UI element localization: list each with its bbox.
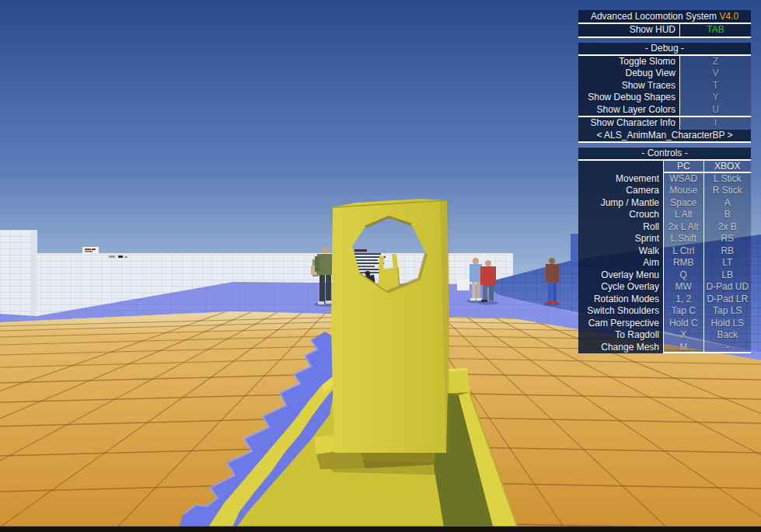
control-pc-key: 2x L Alt (663, 221, 703, 234)
controls-row: SprintL ShiftRS (578, 233, 751, 245)
control-pc-key: WSAD (663, 173, 703, 186)
controls-row: Overlay MenuQLB (578, 269, 751, 282)
control-label: Jump / Mantle (578, 197, 663, 210)
control-xbox-key: RS (703, 233, 752, 245)
control-label: Rotation Modes (578, 294, 663, 306)
control-xbox-key: Hold LS (703, 318, 752, 330)
control-label: Movement (578, 173, 663, 186)
controls-rows: MovementWSADL StickCameraMouseR StickJum… (578, 173, 751, 354)
character-info-key: I (679, 117, 751, 130)
control-pc-key: MW (663, 281, 703, 294)
control-label: To Ragdoll (578, 329, 663, 342)
debug-section-title: - Debug - (578, 43, 751, 56)
als-hud-panel: Advanced Locomotion System V4.0 Show HUD… (578, 10, 751, 353)
controls-row: AimRMBLT (578, 257, 751, 269)
control-label: Camera (578, 185, 663, 197)
control-xbox-key: - (703, 342, 752, 354)
controls-section-title: - Controls - (578, 148, 751, 161)
debug-label: Show Debug Shapes (578, 92, 679, 104)
controls-row: To RagdollXBack (578, 329, 751, 342)
controls-row: Rotation Modes1, 2D-Pad LR (578, 294, 751, 306)
column-header-pc: PC (663, 161, 703, 173)
bottom-bar (0, 527, 761, 532)
debug-rows: Toggle SlomoZDebug ViewVShow TracesTShow… (578, 56, 751, 116)
control-xbox-key: Back (703, 329, 752, 342)
debug-key: U (679, 104, 751, 116)
debug-label: Show Layer Colors (578, 104, 679, 116)
control-label: Walk (578, 245, 663, 258)
debug-row: Show TracesT (578, 80, 751, 92)
control-label: Cycle Overlay State (578, 281, 663, 294)
app-name: Advanced Locomotion System (591, 11, 717, 22)
show-hud-row: Show HUD TAB (578, 24, 751, 38)
control-xbox-key: A (703, 197, 752, 210)
controls-row: Cycle Overlay StateMWD-Pad UD (578, 281, 751, 294)
controls-row: WalkL CtrlRB (578, 245, 751, 258)
control-pc-key: Space (663, 197, 703, 210)
controls-row: Cam PerspectiveHold CHold LS (578, 318, 751, 330)
control-pc-key: L Alt (663, 209, 703, 221)
control-pc-key: X (663, 329, 703, 342)
character-name: < ALS_AnimMan_CharacterBP > (578, 130, 751, 144)
debug-row: Toggle SlomoZ (578, 56, 751, 68)
character-info-label: Show Character Info (578, 117, 679, 130)
controls-header-row: PC XBOX (578, 161, 751, 173)
debug-label: Toggle Slomo (578, 56, 679, 68)
control-xbox-key: L Stick (703, 173, 752, 186)
control-pc-key: RMB (663, 257, 703, 269)
control-pc-key: Q (663, 269, 703, 282)
control-pc-key: 1, 2 (663, 294, 703, 306)
controls-row: Roll2x L Alt2x B (578, 221, 751, 234)
control-xbox-key: 2x B (703, 221, 752, 234)
control-xbox-key: LB (703, 269, 752, 282)
game-viewport[interactable]: Advanced Locomotion System V4.0 Show HUD… (0, 0, 761, 532)
hud-title: Advanced Locomotion System V4.0 (578, 10, 751, 24)
controls-row: Switch ShouldersTap CTap LS (578, 305, 751, 318)
debug-key: T (679, 80, 751, 92)
control-xbox-key: B (703, 209, 752, 221)
control-pc-key: Mouse (663, 185, 703, 197)
control-pc-key: M (663, 342, 703, 354)
app-version: V4.0 (719, 11, 738, 22)
show-hud-key: TAB (679, 24, 751, 37)
debug-label: Show Traces (578, 80, 679, 92)
control-xbox-key: RB (703, 245, 752, 258)
controls-row: CameraMouseR Stick (578, 185, 751, 197)
controls-row: MovementWSADL Stick (578, 173, 751, 186)
debug-key: Y (679, 92, 751, 104)
control-pc-key: Tap C (663, 305, 703, 318)
control-label: Change Mesh (578, 342, 663, 354)
debug-key: V (679, 68, 751, 80)
debug-row: Debug ViewV (578, 68, 751, 80)
column-header-xbox: XBOX (703, 161, 752, 173)
debug-row: Show Debug ShapesY (578, 92, 751, 104)
control-label: Cam Perspective (578, 318, 663, 330)
control-label: Aim (578, 257, 663, 269)
controls-row: Change MeshM- (578, 342, 751, 354)
control-label: Overlay Menu (578, 269, 663, 282)
control-label: Sprint (578, 233, 663, 245)
control-xbox-key: D-Pad UD (703, 281, 752, 294)
controls-row: Jump / MantleSpaceA (578, 197, 751, 210)
debug-key: Z (679, 56, 751, 68)
control-label: Roll (578, 221, 663, 234)
character-info-row: Show Character Info I (578, 116, 751, 130)
control-pc-key: Hold C (663, 318, 703, 330)
debug-label: Debug View (578, 68, 679, 80)
control-xbox-key: D-Pad LR (703, 294, 752, 306)
control-label: Crouch (578, 209, 663, 221)
show-hud-label: Show HUD (578, 24, 679, 37)
control-xbox-key: LT (703, 257, 752, 269)
bottom-bar (0, 526, 761, 527)
control-xbox-key: Tap LS (703, 305, 752, 318)
control-label: Switch Shoulders (578, 305, 663, 318)
control-xbox-key: R Stick (703, 185, 752, 197)
control-pc-key: L Ctrl (663, 245, 703, 258)
debug-row: Show Layer ColorsU (578, 104, 751, 116)
controls-row: CrouchL AltB (578, 209, 751, 221)
control-pc-key: L Shift (663, 233, 703, 245)
